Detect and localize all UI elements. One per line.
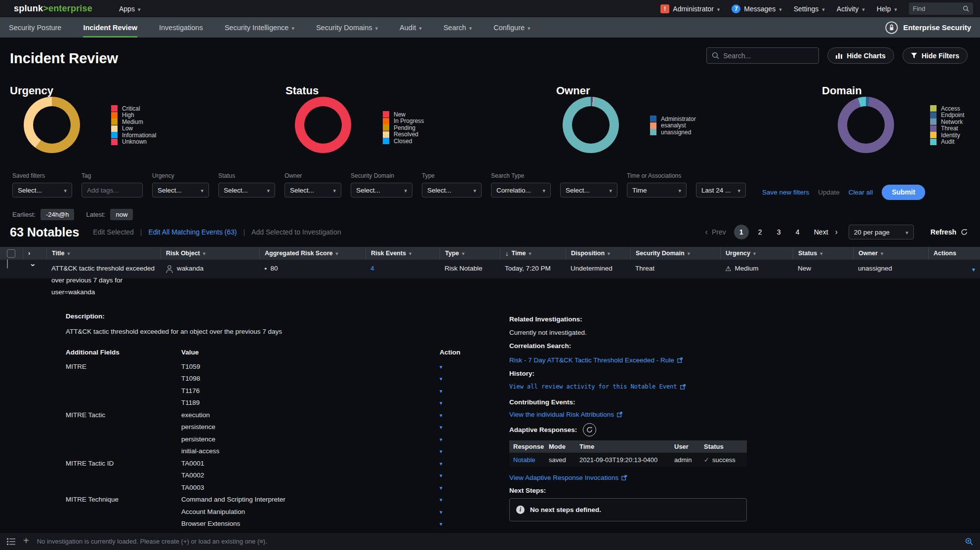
edit-all-matching-link[interactable]: Edit All Matching Events (63) [148,228,237,236]
col-type[interactable]: Type [440,247,500,260]
correlation-search-link[interactable]: Risk - 7 Day ATT&CK Tactic Threshold Exc… [509,356,683,364]
field-row: persistence▾ [66,421,461,433]
field-action-caret[interactable]: ▾ [440,424,443,430]
field-action-caret[interactable]: ▾ [440,448,443,454]
urgency-select[interactable]: Select... [152,183,209,197]
nav-security-intelligence[interactable]: Security Intelligence [225,17,294,38]
expand-all-header[interactable]: › [23,247,46,260]
page-1-button[interactable]: 1 [734,225,749,239]
search-type-select[interactable]: Correlatio... [491,183,551,197]
nav-search[interactable]: Search [444,17,472,38]
nav-audit[interactable]: Audit [400,17,422,38]
field-action-caret[interactable]: ▾ [440,461,443,467]
nav-investigations[interactable]: Investigations [159,17,203,38]
hide-charts-button[interactable]: Hide Charts [827,47,894,64]
field-action-caret[interactable]: ▾ [440,509,443,515]
field-action-caret[interactable]: ▾ [440,521,443,527]
row-expander[interactable]: › [23,260,46,270]
risk-events-link[interactable]: 4 [370,265,374,272]
notable-response-link[interactable]: Notable [513,456,535,464]
security-domain-select[interactable]: Select... [351,183,412,197]
nav-incident-review[interactable]: Incident Review [83,17,137,38]
nav-configure[interactable]: Configure [493,17,530,38]
investigation-list-icon[interactable] [7,538,15,545]
zoom-magnifier-icon[interactable] [965,538,973,546]
refresh-button[interactable]: Refresh [931,228,968,236]
page-3-button[interactable]: 3 [772,225,786,239]
field-action-caret[interactable]: ▾ [440,364,443,370]
per-page-select[interactable]: 20 per page [849,225,914,239]
nav-security-domains[interactable]: Security Domains [316,17,378,38]
apps-menu[interactable]: Apps [119,5,140,13]
page-title: Incident Review [10,50,118,67]
view-invocations-link[interactable]: View Adaptive Response Invocations [509,474,627,481]
field-action-caret[interactable]: ▾ [440,497,443,503]
next-page-button[interactable]: Next [814,228,828,236]
find-input[interactable] [913,5,957,12]
owner-donut-chart [563,97,619,153]
administrator-menu[interactable]: ! Administrator [660,4,720,13]
status-legend: New In Progress Pending Resolved Closed [383,111,424,145]
page-2-button[interactable]: 2 [753,225,768,239]
col-risk-object[interactable]: Risk Object [161,247,259,260]
urgency-legend: Critical High Medium Low Informational U… [111,105,156,145]
row-checkbox[interactable] [7,259,8,269]
latest-chip[interactable]: now [110,209,133,220]
field-action-caret[interactable]: ▾ [440,400,443,406]
row-title[interactable]: ATT&CK tactic threshold exceeded over pr… [46,260,161,298]
clear-all-link[interactable]: Clear all [849,189,873,196]
save-new-filters-link[interactable]: Save new filters [762,189,809,196]
saved-filters-select[interactable]: Select... [12,183,72,197]
find-searchbox[interactable] [909,2,973,15]
field-action-caret[interactable]: ▾ [440,472,443,478]
type-select[interactable]: Select... [422,183,482,197]
submit-button[interactable]: Submit [882,185,925,200]
activity-menu[interactable]: Activity [837,5,865,13]
col-aggregated-risk-score[interactable]: Aggregated Risk Score [259,247,366,260]
tag-input[interactable] [82,183,143,197]
field-action-caret[interactable]: ▾ [440,485,443,491]
messages-menu[interactable]: 7 Messages [732,4,781,13]
settings-menu[interactable]: Settings [794,5,825,13]
edit-selected-link[interactable]: Edit Selected [93,228,134,236]
time-range-select[interactable]: Last 24 ... [696,183,746,197]
info-icon: i [516,506,525,514]
create-investigation-button[interactable]: + [23,535,29,547]
latest-label: Latest: [86,211,105,218]
field-action-caret[interactable]: ▾ [440,376,443,382]
splunk-logo[interactable]: splunk>enterprise [14,3,92,14]
col-title[interactable]: Title [46,247,161,260]
adaptive-refresh-button[interactable] [583,423,596,436]
col-status[interactable]: Status [793,247,853,260]
prev-page-button[interactable]: Prev [712,228,726,236]
history-link[interactable]: View all review activity for this Notabl… [509,383,686,390]
help-menu[interactable]: Help [877,5,897,13]
row-risk-object[interactable]: wakanda [161,260,259,274]
col-urgency[interactable]: Urgency [720,247,793,260]
col-security-domain[interactable]: Security Domain [630,247,720,260]
page-4-button[interactable]: 4 [790,225,805,239]
caret-down-icon [608,250,610,257]
owner-select[interactable]: Select... [285,183,341,197]
status-select[interactable]: Select... [218,183,275,197]
add-selected-link[interactable]: Add Selected to Investigation [251,228,341,236]
col-disposition[interactable]: Disposition [566,247,630,260]
update-link[interactable]: Update [818,189,840,196]
nav-security-posture[interactable]: Security Posture [9,17,61,38]
hide-filters-button[interactable]: Hide Filters [902,47,968,64]
person-icon [165,265,173,274]
field-action-caret[interactable]: ▾ [440,436,443,442]
col-risk-events[interactable]: Risk Events [366,247,440,260]
select-all-checkbox[interactable] [7,249,15,258]
col-owner[interactable]: Owner [853,247,928,260]
contributing-events-link[interactable]: View the individual Risk Attributions [509,411,622,418]
notables-searchbox[interactable] [706,47,819,64]
notables-search-input[interactable] [723,52,812,60]
row-actions-caret[interactable]: ▾ [972,265,975,273]
field-action-caret[interactable]: ▾ [440,412,443,418]
col-time[interactable]: ↓Time [500,247,566,260]
time-or-associations-select[interactable]: Time [627,183,687,197]
field-action-caret[interactable]: ▾ [440,388,443,394]
search-type-value-select[interactable]: Select... [560,183,617,197]
earliest-chip[interactable]: -24h@h [41,209,74,220]
